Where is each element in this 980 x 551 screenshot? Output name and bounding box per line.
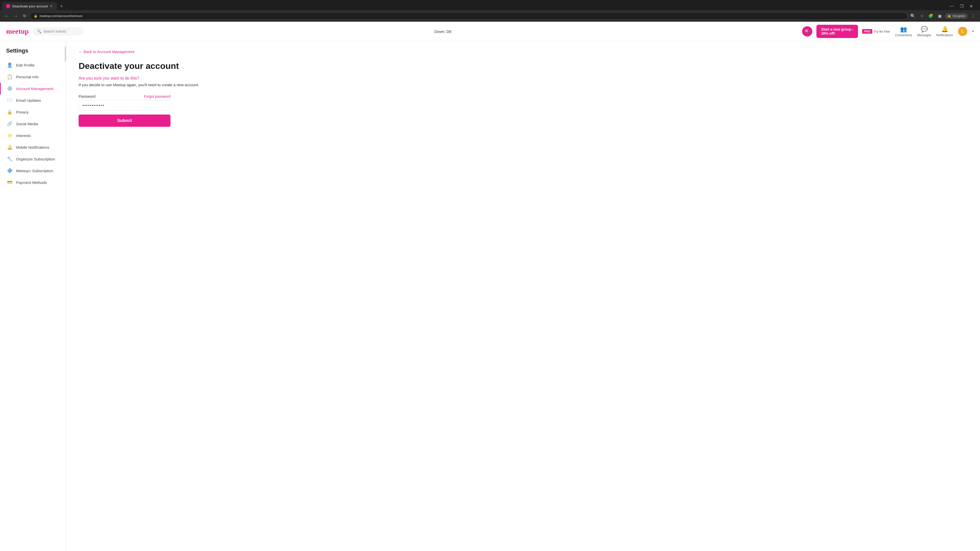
sidebar-item-organizer-subscription[interactable]: 🔧 Organizer Subscription <box>0 153 66 165</box>
sidebar-title: Settings <box>0 48 66 59</box>
profile-switcher-icon[interactable]: ▣ <box>937 13 943 19</box>
user-avatar[interactable]: L <box>958 27 967 36</box>
search-action-button[interactable]: 🔍 <box>802 26 812 37</box>
search-bar[interactable]: 🔍 Search events <box>33 27 84 35</box>
bookmark-icon[interactable]: ☆ <box>919 13 924 19</box>
tab-close-button[interactable]: ✕ <box>50 4 53 8</box>
browser-chrome: Deactivate your account ✕ + — ❐ ✕ ← → ↻ … <box>0 0 980 22</box>
header-nav: PRO Try for free 👥 Connections 💬 Message… <box>862 26 974 37</box>
browser-toolbar: ← → ↻ 🔒 meetup.com/account/remove 🔍 ☆ 🧩 … <box>0 10 980 22</box>
connections-icon: 👥 <box>900 26 907 33</box>
interests-icon: ⭐ <box>7 133 13 138</box>
settings-sidebar: Settings 👤 Edit Profile 📋 Personal Info … <box>0 41 66 551</box>
sidebar-item-privacy[interactable]: 🔒 Privacy <box>0 106 66 118</box>
social-media-icon: 🔗 <box>7 121 13 127</box>
promo-line1: Start a new group - <box>821 27 853 32</box>
forgot-password-link[interactable]: Forgot password <box>144 94 170 98</box>
sidebar-item-label: Edit Profile <box>16 63 35 67</box>
refresh-button[interactable]: ↻ <box>21 13 28 19</box>
deactivate-form: Password Forgot password Submit <box>79 94 170 127</box>
payment-methods-icon: 💳 <box>7 179 13 185</box>
sidebar-item-mobile-notifications[interactable]: 🔔 Mobile Notifications <box>0 141 66 153</box>
sidebar-item-interests[interactable]: ⭐ Interests <box>0 130 66 141</box>
tab-title: Deactivate your account <box>12 4 48 8</box>
incognito-icon: 🕵️ <box>947 14 951 18</box>
promo-text: Start a new group - 30% off! <box>821 27 853 35</box>
close-button[interactable]: ✕ <box>969 3 974 10</box>
tab-favicon <box>6 4 10 8</box>
active-tab[interactable]: Deactivate your account ✕ <box>2 2 57 10</box>
maximize-button[interactable]: ❐ <box>959 3 964 10</box>
sidebar-item-edit-profile[interactable]: 👤 Edit Profile <box>0 59 66 71</box>
sidebar-item-label: Social Media <box>16 122 38 126</box>
main-content: ← Back to Account Management Deactivate … <box>66 41 296 551</box>
scrollbar-thumb <box>65 46 66 62</box>
incognito-label: Incognito <box>953 14 965 18</box>
personal-info-icon: 📋 <box>7 74 13 79</box>
sidebar-item-account-management[interactable]: ⚙️ Account Management <box>0 83 66 94</box>
notifications-nav-item[interactable]: 🔔 Notifications <box>936 26 953 37</box>
sidebar-item-personal-info[interactable]: 📋 Personal Info <box>0 71 66 83</box>
search-icon: 🔍 <box>37 29 41 33</box>
search-placeholder: Search events <box>43 29 66 33</box>
privacy-icon: 🔒 <box>7 109 13 115</box>
incognito-badge: 🕵️ Incognito <box>945 13 968 19</box>
sidebar-scrollbar[interactable] <box>65 41 66 551</box>
new-tab-button[interactable]: + <box>58 2 65 10</box>
location-text: Dover, DE <box>434 29 452 34</box>
site-header: meetup 🔍 Search events Dover, DE 🔍 Start… <box>0 22 980 41</box>
email-updates-icon: ✉️ <box>7 97 13 103</box>
sidebar-item-meetup-subscription[interactable]: 🔷 Meetup+ Subscription <box>0 165 66 176</box>
back-link[interactable]: ← Back to Account Management <box>79 49 284 54</box>
messages-label: Messages <box>917 33 931 37</box>
messages-nav-item[interactable]: 💬 Messages <box>917 26 931 37</box>
sidebar-item-email-updates[interactable]: ✉️ Email Updates <box>0 94 66 106</box>
info-text: If you decide to use Meetup again, you'l… <box>79 83 284 87</box>
form-row: Password Forgot password <box>79 94 170 98</box>
sidebar-item-label: Personal Info <box>16 75 38 79</box>
lock-icon: 🔒 <box>34 14 38 18</box>
browser-menu-button[interactable]: ⋮ <box>970 13 977 19</box>
search-action-icon: 🔍 <box>805 29 810 34</box>
window-controls: — ❐ ✕ <box>945 3 978 10</box>
pro-try-free[interactable]: PRO Try for free <box>862 29 890 34</box>
chevron-down-icon[interactable]: ▾ <box>972 30 974 33</box>
password-label: Password <box>79 94 95 98</box>
sidebar-item-label: Payment Methods <box>16 180 47 185</box>
back-button[interactable]: ← <box>3 13 10 19</box>
connections-nav-item[interactable]: 👥 Connections <box>895 26 912 37</box>
sidebar-item-label: Email Updates <box>16 98 41 103</box>
promo-banner[interactable]: Start a new group - 30% off! <box>816 25 858 38</box>
page-layout: Settings 👤 Edit Profile 📋 Personal Info … <box>0 41 980 551</box>
sidebar-item-label: Privacy <box>16 110 29 114</box>
account-management-icon: ⚙️ <box>7 86 13 91</box>
page-title: Deactivate your account <box>79 61 284 71</box>
notifications-icon: 🔔 <box>941 26 948 33</box>
address-bar[interactable]: 🔒 meetup.com/account/remove <box>30 12 907 20</box>
mobile-notifications-icon: 🔔 <box>7 144 13 150</box>
pro-badge: PRO <box>862 29 872 34</box>
password-input[interactable] <box>79 100 170 110</box>
minimize-button[interactable]: — <box>948 3 955 10</box>
meetup-subscription-icon: 🔷 <box>7 168 13 173</box>
messages-icon: 💬 <box>921 26 928 33</box>
forward-button[interactable]: → <box>12 13 19 19</box>
sidebar-item-label: Organizer Subscription <box>16 157 55 161</box>
url-text: meetup.com/account/remove <box>40 14 83 18</box>
notifications-label: Notifications <box>936 33 953 37</box>
organizer-subscription-icon: 🔧 <box>7 156 13 162</box>
promo-line2: 30% off! <box>821 32 853 35</box>
extensions-icon[interactable]: 🧩 <box>927 13 934 19</box>
connections-label: Connections <box>895 33 912 37</box>
sidebar-item-social-media[interactable]: 🔗 Social Media <box>0 118 66 130</box>
submit-button[interactable]: Submit <box>79 114 170 127</box>
edit-profile-icon: 👤 <box>7 62 13 68</box>
sidebar-item-label: Mobile Notifications <box>16 145 49 149</box>
sidebar-item-payment-methods[interactable]: 💳 Payment Methods <box>0 176 66 188</box>
browser-tabs: Deactivate your account ✕ + — ❐ ✕ <box>0 0 980 10</box>
meetup-logo[interactable]: meetup <box>6 27 29 35</box>
search-toolbar-icon[interactable]: 🔍 <box>909 13 916 19</box>
sidebar-item-label: Interests <box>16 133 31 138</box>
try-free-label: Try for free <box>874 30 890 33</box>
toolbar-icons: 🔍 ☆ 🧩 ▣ <box>909 13 943 19</box>
